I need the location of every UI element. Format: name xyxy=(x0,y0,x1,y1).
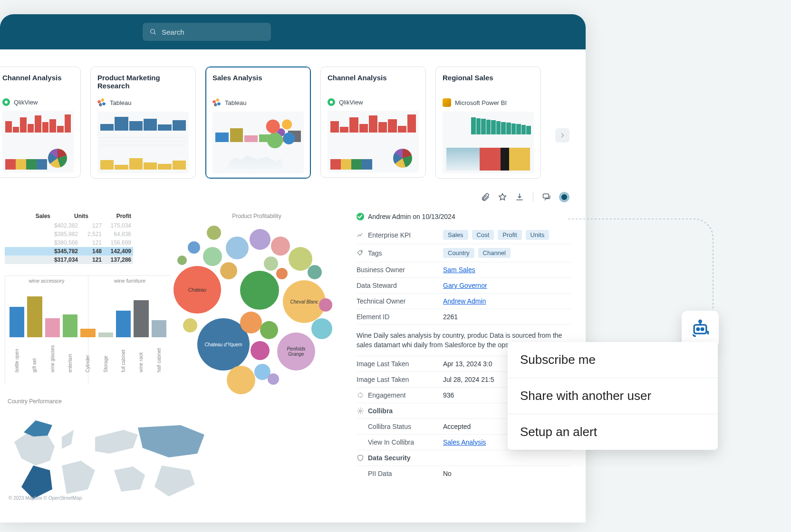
activity-indicator[interactable] xyxy=(559,192,569,202)
card-title: Regional Sales xyxy=(443,74,534,90)
row-technical-owner: Technical Owner Andrew Admin xyxy=(357,294,571,309)
topbar: Search xyxy=(0,14,586,49)
card-channel-analysis-2[interactable]: Channel Analysis QlikView xyxy=(320,66,426,178)
category-bar: bottle open xyxy=(10,307,24,372)
card-channel-analysis-1[interactable]: Channel Analysis QlikView xyxy=(0,66,81,178)
map-title: Country Performance xyxy=(5,398,223,405)
category-bar: wine rack xyxy=(134,300,148,372)
svg-point-0 xyxy=(151,29,155,34)
table-row[interactable]: $345,782148142,409 xyxy=(5,247,133,256)
row-tags: Tags CountryChannel xyxy=(357,244,571,262)
sales-table: Sales Units Profit $402,382127175,034$38… xyxy=(5,213,133,264)
qlikview-icon xyxy=(328,98,335,106)
category-bar: entertain xyxy=(63,314,77,372)
svg-rect-1 xyxy=(543,194,549,198)
row-security-header: Data Security xyxy=(357,450,571,466)
separator xyxy=(533,192,533,202)
svg-point-2 xyxy=(361,251,362,252)
card-title: Product Marketing Research xyxy=(97,74,189,90)
category-bar: Cylinder xyxy=(80,329,95,372)
kpi-chip[interactable]: Units xyxy=(526,230,550,240)
card-tool: Microsoft Power BI xyxy=(443,98,534,107)
chart-line-icon xyxy=(357,231,364,239)
card-title: Channel Analysis xyxy=(328,74,419,90)
tag-chips: CountryChannel xyxy=(443,248,571,258)
download-icon[interactable] xyxy=(515,192,524,202)
svg-rect-4 xyxy=(694,325,706,333)
category-bar-chart: wine accessory wine furniture bottle ope… xyxy=(5,276,171,385)
row-business-owner: Business Owner Sam Sales xyxy=(357,262,571,278)
card-tool: QlikView xyxy=(2,98,74,106)
popover-item-share[interactable]: Share with another user xyxy=(508,378,718,414)
popover-item-alert[interactable]: Setup an alert xyxy=(508,414,718,450)
card-product-marketing[interactable]: Product Marketing Research Tableau xyxy=(90,66,196,179)
data-steward-link[interactable]: Gary Governor xyxy=(443,282,487,289)
card-title: Channel Analysis xyxy=(2,74,74,90)
verified-row: Andrew Admin on 10/13/2024 xyxy=(357,213,571,220)
gear-icon xyxy=(357,407,364,415)
star-icon[interactable] xyxy=(498,192,507,202)
technical-owner-link[interactable]: Andrew Admin xyxy=(443,297,486,305)
action-toolbar xyxy=(0,187,586,202)
card-sales-analysis[interactable]: Sales Analysis Tableau xyxy=(205,66,311,179)
category-bar: full cabinet xyxy=(116,311,131,372)
tag-chip[interactable]: Country xyxy=(443,248,474,258)
verified-text: Andrew Admin on 10/13/2024 xyxy=(368,213,455,220)
card-thumbnail xyxy=(328,111,419,172)
spark-icon xyxy=(357,391,364,399)
shield-icon xyxy=(357,454,364,462)
kpi-chip[interactable]: Profit xyxy=(498,230,521,240)
row-enterprise-kpi: Enterprise KPI SalesCostProfitUnits xyxy=(357,226,571,244)
map[interactable]: © 2023 Mapbox © OpenStreetMap xyxy=(5,408,223,504)
svg-point-3 xyxy=(359,410,361,412)
svg-point-6 xyxy=(701,328,704,331)
carousel-next-button[interactable] xyxy=(555,128,569,142)
business-owner-link[interactable]: Sam Sales xyxy=(443,266,475,274)
kpi-chip[interactable]: Sales xyxy=(443,230,468,240)
table-row[interactable]: $385,9822,52164,836 xyxy=(5,230,133,238)
assistant-popover: Subscribe me Share with another user Set… xyxy=(508,342,718,450)
card-regional-sales[interactable]: Regional Sales Microsoft Power BI xyxy=(435,66,541,179)
qlikview-icon xyxy=(2,98,10,106)
row-pii: PII Data No xyxy=(357,466,571,481)
kpi-chips: SalesCostProfitUnits xyxy=(443,230,571,240)
tableau-icon xyxy=(97,98,106,107)
card-tool: Tableau xyxy=(212,98,304,107)
search-icon xyxy=(149,28,157,36)
chat-icon[interactable] xyxy=(542,192,551,202)
table-row[interactable]: $317,034121137,286 xyxy=(5,256,133,264)
tableau-icon xyxy=(212,98,221,107)
table-row[interactable]: $380,566121156,699 xyxy=(5,238,133,247)
chevron-right-icon xyxy=(559,132,566,139)
dashboard-carousel: Channel Analysis QlikView Product Market… xyxy=(0,49,586,187)
svg-point-7 xyxy=(699,320,701,322)
card-thumbnail xyxy=(443,112,534,173)
card-title: Sales Analysis xyxy=(212,74,304,90)
tag-icon xyxy=(357,249,364,257)
card-thumbnail xyxy=(212,112,304,173)
row-element-id: Element ID 2261 xyxy=(357,309,571,325)
attach-icon[interactable] xyxy=(481,192,490,202)
tag-chip[interactable]: Channel xyxy=(478,248,511,258)
bubble-chart: Product Profitability Chateau Chateau d'… xyxy=(162,213,352,385)
card-tool: Tableau xyxy=(97,98,189,107)
collibra-view-link[interactable]: Sales Analysis xyxy=(443,438,486,446)
svg-point-5 xyxy=(697,328,699,331)
card-thumbnail xyxy=(97,112,189,173)
category-bar: wine glasses xyxy=(45,318,60,372)
search-placeholder: Search xyxy=(162,28,184,36)
verified-check-icon xyxy=(357,213,364,220)
kpi-chip[interactable]: Cost xyxy=(472,230,494,240)
map-attribution: © 2023 Mapbox © OpenStreetMap xyxy=(9,495,82,501)
card-tool: QlikView xyxy=(328,98,419,106)
card-thumbnail xyxy=(2,111,74,172)
main-content: Sales Units Profit $402,382127175,034$38… xyxy=(0,202,586,504)
app-window: Search Channel Analysis QlikView Product… xyxy=(0,14,586,522)
popover-item-subscribe[interactable]: Subscribe me xyxy=(508,342,718,378)
bubble-chart-title: Product Profitability xyxy=(162,213,352,219)
country-performance-map: Country Performance xyxy=(5,398,223,504)
category-bar: Storage xyxy=(98,332,113,372)
search-input[interactable]: Search xyxy=(143,23,271,41)
table-row[interactable]: $402,382127175,034 xyxy=(5,221,133,230)
powerbi-icon xyxy=(443,98,451,107)
